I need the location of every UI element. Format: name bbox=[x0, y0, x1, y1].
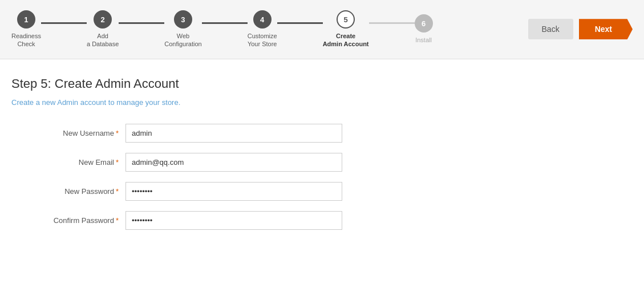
step-1: 1 ReadinessCheck bbox=[11, 10, 41, 48]
confirm-password-label: Confirm Password* bbox=[11, 216, 125, 225]
username-required: * bbox=[116, 129, 119, 137]
email-required: * bbox=[116, 158, 119, 167]
email-input[interactable] bbox=[125, 153, 342, 172]
password-row: New Password* bbox=[11, 182, 411, 201]
page-title: Step 5: Create Admin Account bbox=[11, 76, 633, 91]
step-2: 2 Adda Database bbox=[87, 10, 119, 48]
step-6-label: Install bbox=[415, 36, 432, 44]
step-6: 6 Install bbox=[415, 14, 433, 44]
stepper: 1 ReadinessCheck 2 Adda Database 3 WebCo… bbox=[11, 10, 433, 48]
step-1-label: ReadinessCheck bbox=[11, 32, 41, 48]
username-input[interactable] bbox=[125, 124, 342, 143]
password-input[interactable] bbox=[125, 182, 342, 201]
step-3-circle: 3 bbox=[174, 10, 192, 29]
admin-account-form: New Username* New Email* New Password* C… bbox=[11, 124, 411, 230]
back-button[interactable]: Back bbox=[528, 19, 573, 39]
password-required: * bbox=[116, 187, 119, 196]
main-content: Step 5: Create Admin Account Create a ne… bbox=[0, 59, 644, 252]
connector-1-2 bbox=[41, 22, 87, 24]
confirm-password-row: Confirm Password* bbox=[11, 211, 411, 230]
next-button[interactable]: Next bbox=[579, 19, 633, 39]
confirm-password-input[interactable] bbox=[125, 211, 342, 230]
page-subtitle: Create a new Admin account to manage you… bbox=[11, 98, 633, 107]
step-4: 4 CustomizeYour Store bbox=[248, 10, 277, 48]
connector-4-5 bbox=[277, 22, 323, 24]
step-2-circle: 2 bbox=[94, 10, 112, 29]
step-1-circle: 1 bbox=[17, 10, 35, 29]
step-3: 3 WebConfiguration bbox=[164, 10, 201, 48]
step-3-label: WebConfiguration bbox=[164, 32, 201, 48]
password-label: New Password* bbox=[11, 187, 125, 196]
step-4-label: CustomizeYour Store bbox=[248, 32, 277, 48]
username-label: New Username* bbox=[11, 129, 125, 137]
confirm-password-required: * bbox=[116, 216, 119, 225]
step-6-circle: 6 bbox=[415, 14, 433, 33]
connector-3-4 bbox=[202, 22, 248, 24]
email-label: New Email* bbox=[11, 158, 125, 167]
username-row: New Username* bbox=[11, 124, 411, 143]
email-row: New Email* bbox=[11, 153, 411, 172]
nav-buttons: Back Next bbox=[528, 19, 633, 39]
step-4-circle: 4 bbox=[253, 10, 272, 29]
step-5: 5 CreateAdmin Account bbox=[323, 10, 369, 48]
connector-2-3 bbox=[119, 22, 164, 24]
step-5-circle: 5 bbox=[337, 10, 355, 29]
connector-5-6 bbox=[369, 22, 415, 24]
step-5-label: CreateAdmin Account bbox=[323, 32, 369, 48]
header: 1 ReadinessCheck 2 Adda Database 3 WebCo… bbox=[0, 0, 644, 59]
step-2-label: Adda Database bbox=[87, 32, 119, 48]
